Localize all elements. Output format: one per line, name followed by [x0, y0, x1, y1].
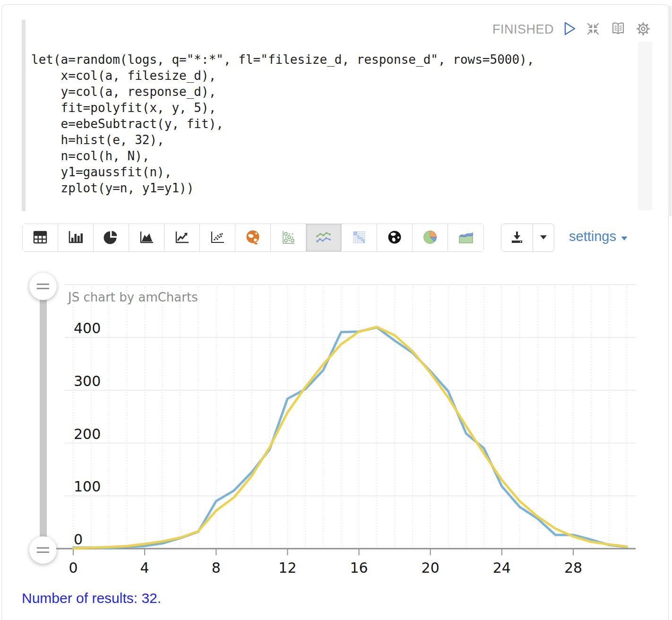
results-count: Number of results: 32. — [22, 590, 161, 606]
svg-text:20: 20 — [422, 560, 439, 576]
svg-text:12: 12 — [278, 560, 296, 576]
svg-text:300: 300 — [74, 373, 101, 389]
svg-text:200: 200 — [74, 426, 101, 442]
pie-chart-colored-icon — [422, 229, 438, 247]
paragraph-settings-button[interactable] — [635, 21, 651, 38]
svg-text:0: 0 — [69, 560, 78, 576]
svg-text:0: 0 — [74, 531, 83, 548]
world-map-icon — [245, 229, 261, 247]
bar-chart-icon — [67, 230, 84, 246]
pie-chart-icon — [103, 230, 119, 246]
settings-label: settings — [569, 229, 616, 244]
status-badge: FINISHED — [492, 22, 554, 37]
chart-type-pie-button[interactable] — [94, 224, 129, 251]
play-icon — [562, 21, 577, 38]
collapse-arrows-icon — [585, 21, 601, 38]
download-split-button — [501, 224, 554, 252]
chart-type-line-button[interactable] — [164, 224, 200, 251]
line-chart-icon — [174, 230, 190, 246]
svg-text:400: 400 — [74, 320, 101, 336]
chart-type-toolbar — [22, 224, 484, 252]
chart-type-table-button[interactable] — [23, 224, 58, 251]
scatter-plot-icon — [209, 230, 225, 246]
chart-type-bar-button[interactable] — [58, 224, 94, 251]
table-icon — [32, 230, 48, 246]
chart-type-globe-button[interactable] — [377, 224, 413, 251]
settings-dropdown[interactable]: settings — [569, 229, 628, 244]
globe-icon — [387, 229, 403, 247]
run-button[interactable] — [562, 21, 577, 38]
book-icon — [610, 21, 627, 38]
paragraph-controls: FINISHED — [492, 20, 651, 39]
chart-type-area-colored-button[interactable] — [448, 224, 483, 251]
area-chart-icon — [138, 230, 155, 246]
chart-type-pie-colored-button[interactable] — [413, 224, 448, 251]
page-scrollbar[interactable] — [668, 6, 672, 216]
chart-type-multiline-button[interactable] — [306, 224, 342, 251]
multi-line-chart-icon — [315, 230, 332, 246]
bubble-chart-icon — [280, 229, 296, 247]
chart-type-worldmap-button[interactable] — [235, 224, 271, 251]
caret-down-icon — [539, 234, 548, 241]
download-icon — [510, 230, 524, 246]
svg-text:16: 16 — [350, 560, 368, 576]
chart-type-heatmap-button[interactable] — [342, 224, 377, 251]
svg-text:100: 100 — [74, 478, 101, 495]
svg-text:4: 4 — [140, 560, 149, 576]
gear-icon — [635, 21, 651, 38]
code-editor[interactable]: let(a=random(logs, q="*:*", fl="filesize… — [31, 52, 534, 196]
editor-gutter — [22, 20, 26, 211]
download-options-button[interactable] — [533, 224, 554, 251]
heatmap-icon — [351, 229, 367, 247]
chart-type-scatter-button[interactable] — [200, 224, 235, 251]
chart-type-area-button[interactable] — [129, 224, 164, 251]
line-chart-canvas[interactable]: 01002003004000481216202428 — [0, 265, 672, 595]
download-button[interactable] — [501, 224, 533, 251]
svg-text:24: 24 — [493, 560, 511, 576]
svg-text:8: 8 — [212, 560, 221, 576]
show-editor-button[interactable] — [610, 21, 627, 38]
editor-scrollbar[interactable] — [638, 42, 652, 210]
svg-text:28: 28 — [564, 560, 582, 576]
caret-down-icon — [620, 229, 628, 244]
chart-type-bubble-button[interactable] — [271, 224, 306, 251]
area-chart-colored-icon — [457, 230, 474, 246]
collapse-button[interactable] — [585, 21, 601, 38]
